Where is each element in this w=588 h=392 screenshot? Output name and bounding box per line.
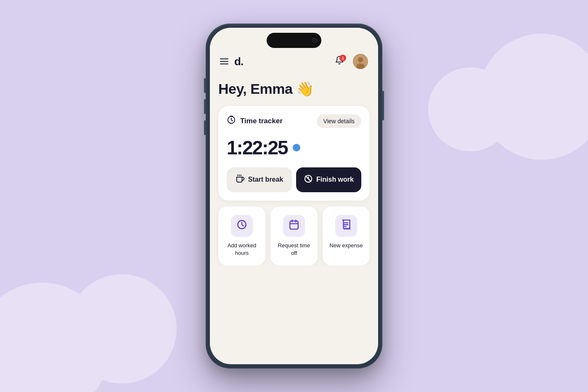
nav-left: d.	[220, 55, 243, 68]
bg-shape-1	[0, 283, 109, 392]
start-break-button[interactable]: Start break	[227, 167, 292, 192]
finish-work-label: Finish work	[316, 176, 354, 183]
request-time-off-card[interactable]: Request time off	[270, 207, 318, 265]
expense-label: New expense	[330, 242, 363, 249]
active-indicator-dot	[293, 144, 300, 151]
new-expense-card[interactable]: New expense	[323, 207, 370, 265]
add-hours-label: Add worked hours	[224, 242, 260, 257]
bg-shape-4	[428, 67, 512, 151]
avatar-image	[353, 54, 368, 69]
dynamic-island	[267, 33, 321, 48]
phone-frame: d. 1	[206, 24, 382, 368]
view-details-button[interactable]: View details	[317, 114, 361, 128]
phone-screen: d. 1	[210, 28, 378, 364]
time-value: 1:22:25	[227, 136, 288, 159]
svg-rect-11	[290, 221, 298, 229]
coffee-icon	[236, 174, 245, 185]
notification-badge: 1	[339, 55, 346, 61]
time-display: 1:22:25	[227, 136, 361, 159]
card-title-group: Time tracker	[227, 115, 283, 127]
card-title: Time tracker	[240, 117, 283, 125]
timer-icon	[227, 115, 236, 127]
finish-work-button[interactable]: Finish work	[296, 167, 361, 192]
receipt-icon	[341, 219, 352, 233]
nav-right: 1	[332, 54, 368, 69]
time-tracker-card: Time tracker View details 1:22:25	[218, 106, 370, 201]
greeting-text: Hey, Emma 👋	[218, 80, 370, 98]
svg-point-1	[358, 57, 363, 62]
notification-button[interactable]: 1	[332, 54, 347, 69]
avatar[interactable]	[353, 54, 368, 69]
app-logo: d.	[234, 55, 243, 68]
calendar-icon	[289, 219, 299, 233]
top-nav: d. 1	[210, 51, 378, 72]
time-off-label: Request time off	[276, 242, 312, 257]
start-break-label: Start break	[248, 176, 283, 183]
camera-dot	[312, 38, 317, 43]
finish-icon	[304, 174, 313, 185]
expense-icon-wrap	[335, 215, 357, 237]
status-bar	[210, 28, 378, 51]
add-worked-hours-card[interactable]: Add worked hours	[218, 207, 265, 265]
time-off-icon-wrap	[283, 215, 305, 237]
action-buttons: Start break Finish work	[227, 167, 361, 192]
menu-icon[interactable]	[220, 58, 228, 64]
add-hours-icon-wrap	[231, 215, 253, 237]
main-content: Hey, Emma 👋 Time tracker	[210, 72, 378, 265]
bg-shape-2	[67, 274, 177, 384]
bg-shape-3	[479, 34, 588, 160]
card-header: Time tracker View details	[227, 114, 361, 128]
quick-actions: Add worked hours Request	[218, 207, 370, 265]
clock-icon	[236, 219, 247, 233]
